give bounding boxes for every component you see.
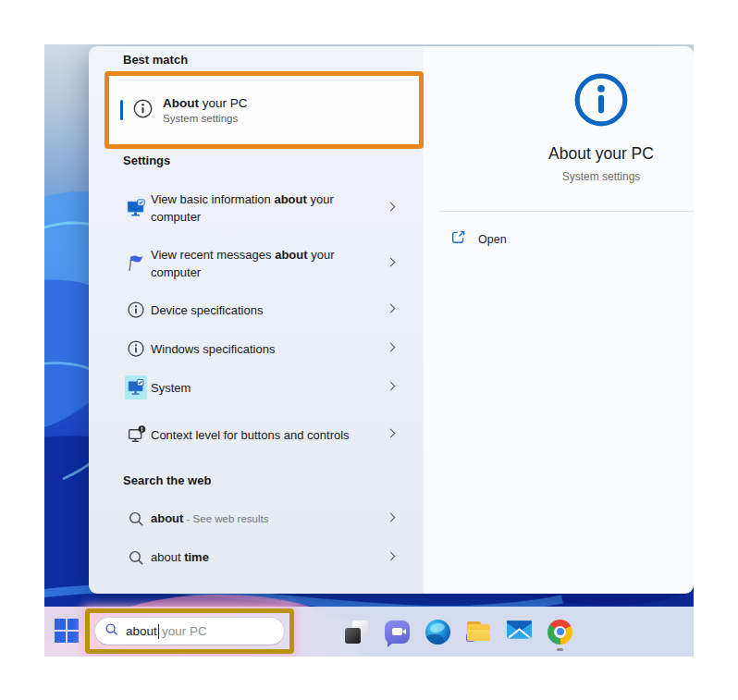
chevron-right-icon xyxy=(387,203,396,212)
chevron-right-icon xyxy=(387,382,396,391)
search-icon xyxy=(105,622,119,641)
result-view-recent-messages[interactable]: View recent messages about your computer xyxy=(107,237,414,290)
result-web-about[interactable]: about - See web results xyxy=(107,503,414,534)
start-button[interactable] xyxy=(55,619,79,643)
result-label: Device specifications xyxy=(151,301,263,319)
taskbar-icons xyxy=(344,607,572,657)
search-icon xyxy=(125,510,147,528)
result-windows-specifications[interactable]: Windows specifications xyxy=(107,333,414,364)
task-view-button[interactable] xyxy=(344,620,369,645)
search-flyout-panel: Best match About your PC System settings xyxy=(89,46,694,594)
chat-icon xyxy=(385,620,410,644)
result-label: System xyxy=(151,379,191,397)
info-icon xyxy=(125,301,147,319)
info-icon xyxy=(132,98,154,123)
search-typed-text: about xyxy=(126,624,157,638)
best-match-result[interactable]: About your PC System settings xyxy=(109,76,419,144)
windows-logo-icon xyxy=(55,619,66,630)
monitor-alert-icon xyxy=(125,424,147,445)
folder-icon xyxy=(466,621,491,643)
result-detail-pane: About your PC System settings Open xyxy=(424,46,694,594)
open-external-icon xyxy=(450,229,466,249)
running-app-indicator xyxy=(557,648,563,651)
chrome-icon xyxy=(547,620,572,645)
taskbar-search-input[interactable]: about your PC xyxy=(94,617,285,645)
result-device-specifications[interactable]: Device specifications xyxy=(107,294,414,325)
system-monitor-icon xyxy=(125,375,147,399)
search-box-highlight-box: about your PC xyxy=(85,608,294,654)
edge-icon xyxy=(425,620,450,645)
chevron-right-icon xyxy=(387,513,396,522)
settings-section-header: Settings xyxy=(123,154,170,167)
best-match-highlight-box: About your PC System settings xyxy=(105,71,424,149)
taskbar: about your PC xyxy=(44,607,694,657)
screenshot-area: Best match About your PC System settings xyxy=(44,44,694,657)
result-web-about-time[interactable]: about time xyxy=(107,542,414,573)
result-context-level[interactable]: Context level for buttons and controls xyxy=(107,408,414,461)
search-web-section-header: Search the web xyxy=(123,473,211,487)
info-icon-large xyxy=(572,71,630,132)
chevron-right-icon xyxy=(387,343,396,352)
detail-divider xyxy=(439,211,694,212)
detail-title: About your PC xyxy=(509,144,694,164)
result-label: about - See web results xyxy=(151,510,268,528)
result-system[interactable]: System xyxy=(107,372,414,403)
search-results-column: Best match About your PC System settings xyxy=(89,46,424,594)
search-suggestion-text: your PC xyxy=(162,624,207,638)
result-label: Windows specifications xyxy=(151,340,275,358)
result-label: about time xyxy=(151,548,209,567)
chevron-right-icon xyxy=(387,429,396,438)
best-match-title: About your PC xyxy=(163,96,248,110)
result-label: View basic information about your comput… xyxy=(151,190,352,226)
open-action[interactable]: Open xyxy=(450,229,507,249)
mail-icon xyxy=(507,620,532,643)
result-view-basic-information[interactable]: View basic information about your comput… xyxy=(107,181,414,235)
chevron-right-icon xyxy=(387,552,396,561)
best-match-header: Best match xyxy=(123,53,188,67)
search-icon xyxy=(125,549,147,567)
chevron-right-icon xyxy=(387,304,396,313)
text-cursor xyxy=(158,624,159,639)
file-explorer-button[interactable] xyxy=(466,620,491,645)
monitor-check-icon xyxy=(125,198,147,218)
selection-accent-bar xyxy=(120,100,123,120)
detail-subtitle: System settings xyxy=(509,170,694,183)
mail-button[interactable] xyxy=(507,620,532,645)
flag-icon xyxy=(125,253,147,274)
info-icon xyxy=(125,339,147,358)
chat-button[interactable] xyxy=(385,620,410,645)
result-label: View recent messages about your computer xyxy=(151,246,352,281)
edge-button[interactable] xyxy=(425,620,450,645)
open-label: Open xyxy=(478,233,507,246)
result-label: Context level for buttons and controls xyxy=(151,426,350,444)
chrome-button[interactable] xyxy=(547,620,572,645)
chevron-right-icon xyxy=(387,258,396,267)
best-match-subtitle: System settings xyxy=(163,113,248,124)
